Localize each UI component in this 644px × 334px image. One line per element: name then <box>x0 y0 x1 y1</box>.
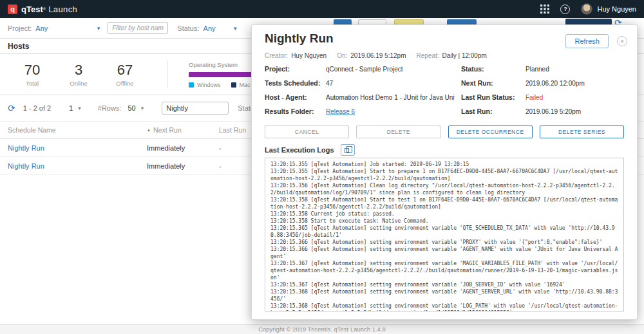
chevron-down-icon: ▾ <box>141 105 144 111</box>
delete-button[interactable]: DELETE <box>356 125 440 138</box>
legend-item-mac: Mac <box>231 82 251 88</box>
rows-label: #Rows: <box>98 104 122 112</box>
schedule-search-input[interactable] <box>162 102 229 115</box>
field-last-run-status: Last Run Status: Failed <box>461 93 624 101</box>
modal-fields-grid: Project: qConnect - Sample Project Statu… <box>265 65 624 115</box>
repeat-label: Repeat: <box>416 52 439 59</box>
help-icon[interactable]: ? <box>560 5 570 14</box>
qtest-logo-icon: q <box>8 5 17 14</box>
stat-total-value: 70 <box>9 62 55 79</box>
legend-swatch-windows <box>189 82 194 88</box>
rows-dropdown-value: 50 <box>128 104 136 112</box>
stat-total-label: Total <box>9 80 55 87</box>
field-last-run: Last Run: 2019.06.19 5:20pm <box>461 107 624 115</box>
repeat-value: Daily | 12:00pm <box>442 52 487 59</box>
modal-title: Nightly Run <box>265 32 334 46</box>
navbar-right-cluster: ? Huy Nguyen <box>540 3 636 15</box>
sort-ascending-icon: ▲ <box>147 128 151 132</box>
delete-series-button[interactable]: DELETE SERIES <box>540 125 624 138</box>
modal-meta-row: Creator: Huy Nguyen On: 2019.06.19 5:12p… <box>265 52 497 59</box>
cancel-button[interactable]: CANCEL <box>265 125 349 138</box>
brand-name: qTest <box>21 5 43 14</box>
stat-online-value: 3 <box>55 62 102 79</box>
creator-value: Huy Nguyen <box>291 52 327 59</box>
chevron-down-icon: ▾ <box>78 105 81 111</box>
creator-label: Creator: <box>265 52 288 59</box>
stat-offline-label: Offline <box>102 80 148 87</box>
project-filter-dropdown[interactable]: Any ▾ <box>35 24 100 32</box>
stat-total: 70 Total <box>9 62 55 87</box>
project-filter-label: Project: <box>8 24 32 32</box>
schedule-link[interactable]: Nightly Run <box>8 162 44 170</box>
field-status: Status: Planned <box>461 65 624 73</box>
stat-offline-value: 67 <box>102 62 148 79</box>
rows-dropdown[interactable]: 50 ▾ <box>128 104 144 112</box>
schedule-link[interactable]: Nightly Run <box>8 144 44 152</box>
user-avatar <box>581 3 592 15</box>
created-on-value: 2019.06.19 5:12pm <box>350 52 406 59</box>
status-filter-label: Status: <box>177 24 199 32</box>
schedule-detail-modal: Nightly Run Refresh ✕ Creator: Huy Nguye… <box>251 24 638 320</box>
stat-offline: 67 Offline <box>102 62 148 87</box>
stats-divider <box>167 61 168 88</box>
top-navbar: q qTest ® Launch ? Huy Nguyen <box>0 0 644 18</box>
copy-logs-button[interactable] <box>341 144 355 156</box>
column-schedule-name[interactable]: Schedule Name <box>8 126 147 134</box>
legend-item-windows: Windows <box>189 82 221 88</box>
legend-label-windows: Windows <box>197 82 221 88</box>
legend-label-mac: Mac <box>240 82 251 88</box>
refresh-button[interactable]: Refresh <box>565 34 609 48</box>
page-dropdown-value: 1 <box>69 104 73 112</box>
cell-next-run: Immediately <box>147 162 219 170</box>
user-name: Huy Nguyen <box>597 5 636 13</box>
cell-next-run: Immediately <box>147 144 219 152</box>
host-name-filter-input[interactable] <box>108 22 168 34</box>
results-folder-link[interactable]: Release 6 <box>326 108 355 115</box>
reload-list-icon[interactable]: ⟳ <box>8 103 15 113</box>
delete-occurrence-button[interactable]: DELETE OCCURRENCE <box>448 125 533 138</box>
field-project: Project: qConnect - Sample Project <box>265 65 455 73</box>
field-results-folder: Results Folder: Release 6 <box>265 107 455 115</box>
stat-online-label: Online <box>55 80 102 87</box>
status-filter-value: Any <box>204 24 216 32</box>
brand-registered-mark: ® <box>43 7 46 11</box>
execution-logs-title: Last Execution Logs <box>265 146 334 154</box>
hosts-section-title: Hosts <box>8 42 29 51</box>
field-tests-scheduled: Tests Scheduled: 47 <box>265 79 455 87</box>
created-on-label: On: <box>337 52 347 59</box>
copy-icon <box>345 148 349 153</box>
column-next-run[interactable]: ▲ Next Run <box>147 126 219 134</box>
field-host-agent: Host - Agent: Automation Host Demo 1 - J… <box>265 93 455 101</box>
user-menu[interactable]: Huy Nguyen <box>581 3 636 15</box>
brand-product-name: Launch <box>48 5 77 14</box>
column-next-run-label: Next Run <box>153 126 182 134</box>
modal-action-buttons: CANCEL DELETE DELETE OCCURRENCE DELETE S… <box>265 125 624 138</box>
execution-log-box[interactable]: 13:20:15.355 [qTest Automation] Job star… <box>265 158 624 311</box>
close-icon[interactable]: ✕ <box>617 36 627 46</box>
apps-grid-icon[interactable] <box>540 5 549 14</box>
stat-online: 3 Online <box>55 62 102 87</box>
footer-copyright: Copyright © 2019 Tricentis. qTest Launch… <box>0 324 644 334</box>
app-root: q qTest ® Launch ? Huy Nguyen Project: A… <box>0 0 644 334</box>
chevron-down-icon: ▾ <box>97 25 100 32</box>
field-next-run: Next Run: 2019.06.20 12:00pm <box>461 79 624 87</box>
execution-logs-header: Last Execution Logs <box>265 144 355 156</box>
chevron-down-icon: ▾ <box>234 25 237 32</box>
pagination-range: 1 - 2 of 2 <box>23 104 51 112</box>
legend-swatch-mac <box>231 82 236 88</box>
project-filter-value: Any <box>35 24 48 32</box>
status-filter-dropdown[interactable]: Any ▾ <box>204 24 237 32</box>
status-badge: Failed <box>526 94 543 101</box>
page-dropdown[interactable]: 1 ▾ <box>69 104 81 112</box>
